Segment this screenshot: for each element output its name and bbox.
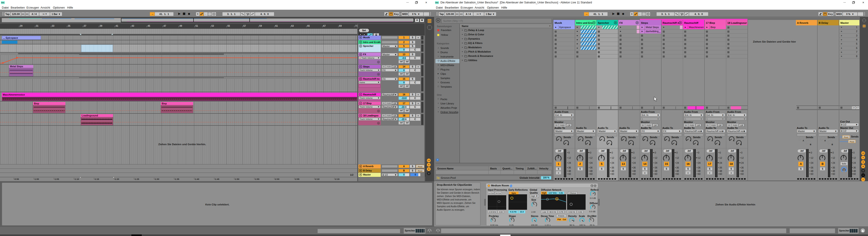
svg-text:B: B: [719, 143, 720, 146]
svg-text:A: A: [668, 139, 670, 142]
svg-text:B: B: [611, 143, 612, 146]
svg-text:A: A: [560, 139, 562, 142]
svg-text:B: B: [697, 143, 699, 146]
svg-text:A: A: [582, 139, 583, 142]
svg-text:B: B: [654, 143, 655, 146]
svg-text:A: A: [803, 139, 804, 142]
svg-text:A: A: [824, 139, 826, 142]
svg-text:B: B: [567, 143, 569, 146]
svg-text:B: B: [632, 143, 634, 146]
svg-text:A: A: [733, 139, 734, 142]
svg-text:A: A: [647, 139, 648, 142]
svg-text:B: B: [832, 143, 833, 146]
svg-text:B: B: [589, 143, 591, 146]
svg-text:A: A: [625, 139, 626, 142]
svg-text:?: ?: [437, 159, 438, 161]
svg-text:B: B: [676, 143, 677, 146]
svg-text:A: A: [712, 139, 713, 142]
svg-text:B: B: [740, 143, 742, 146]
svg-text:A: A: [690, 139, 691, 142]
svg-text:A: A: [603, 139, 605, 142]
svg-text:B: B: [810, 143, 811, 146]
